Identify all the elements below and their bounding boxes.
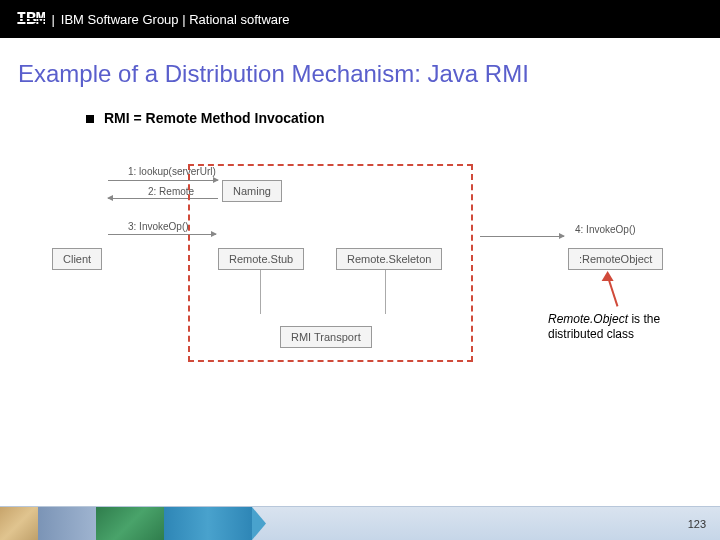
msg-4: 4: InvokeOp() <box>575 224 636 235</box>
annotation-text: Remote.Object is the distributed class <box>548 312 698 342</box>
page-number: 123 <box>688 518 706 530</box>
footer-tile-1 <box>0 507 38 540</box>
annotation-italic: Remote.Object <box>548 312 628 326</box>
slide-title: Example of a Distribution Mechanism: Jav… <box>0 38 720 96</box>
arrow-invoke4 <box>480 236 564 237</box>
header-separator: | <box>51 12 54 27</box>
footer-tile-3 <box>96 507 164 540</box>
annotation-arrow <box>606 274 618 307</box>
box-client: Client <box>52 248 102 270</box>
dashed-container <box>188 164 473 362</box>
footer-graphics <box>0 507 270 540</box>
footer-tile-4 <box>164 507 252 540</box>
diagram: 1: lookup(serverUrl) 2: Remote Naming Cl… <box>0 136 720 396</box>
header-text: IBM Software Group | Rational software <box>61 12 290 27</box>
box-remote-object: :RemoteObject <box>568 248 663 270</box>
header-bar: IBM | IBM Software Group | Rational soft… <box>0 0 720 38</box>
bullet-row: RMI = Remote Method Invocation <box>0 96 720 136</box>
bullet-icon <box>86 115 94 123</box>
footer-tile-2 <box>38 507 96 540</box>
ibm-logo: IBM <box>16 9 45 29</box>
footer: 123 <box>0 506 720 540</box>
bullet-text: RMI = Remote Method Invocation <box>104 110 325 126</box>
msg-3: 3: InvokeOp() <box>128 221 189 232</box>
